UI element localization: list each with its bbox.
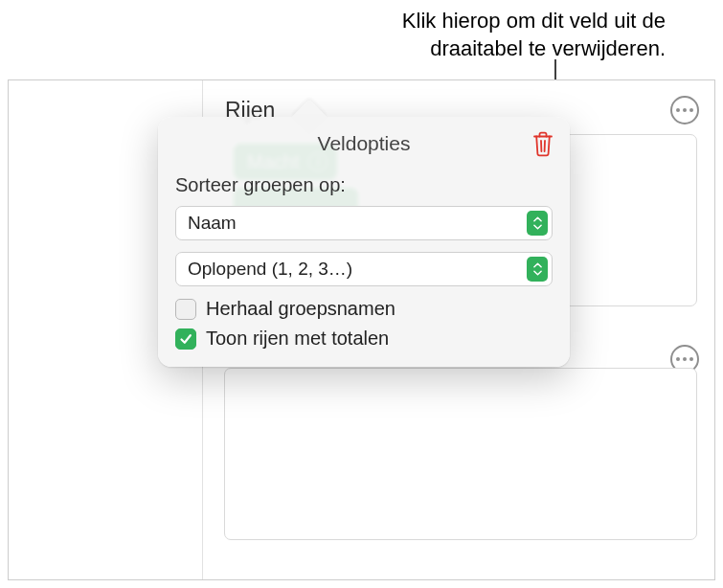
callout-line-2: draaitabel te verwijderen. xyxy=(430,36,666,60)
sort-order-select[interactable]: Oplopend (1, 2, 3…) xyxy=(175,252,553,286)
field-options-popover: Veldopties Sorteer groepen op: Naam Oplo… xyxy=(158,117,570,367)
dot-icon xyxy=(689,357,693,361)
trash-icon xyxy=(531,130,554,157)
callout-text: Klik hierop om dit veld uit de draaitabe… xyxy=(0,8,666,62)
repeat-group-names-checkbox[interactable] xyxy=(175,299,196,320)
more-options-button-rows[interactable] xyxy=(670,96,699,124)
repeat-group-names-label: Herhaal groepsnamen xyxy=(206,298,395,320)
dot-icon xyxy=(683,357,687,361)
popover-title: Veldopties xyxy=(318,132,411,154)
repeat-group-names-row[interactable]: Herhaal groepsnamen xyxy=(175,298,553,320)
show-totals-label: Toon rijen met totalen xyxy=(206,328,389,350)
sort-groups-label: Sorteer groepen op: xyxy=(175,174,553,196)
show-totals-checkbox[interactable] xyxy=(175,328,196,350)
dot-icon xyxy=(683,108,687,112)
dot-icon xyxy=(676,357,680,361)
popover-header: Veldopties xyxy=(175,132,553,155)
dot-icon xyxy=(676,108,680,112)
up-down-icon xyxy=(527,211,548,236)
delete-field-button[interactable] xyxy=(531,130,554,157)
sort-order-value: Oplopend (1, 2, 3…) xyxy=(188,259,352,280)
dot-icon xyxy=(689,108,693,112)
sort-by-select[interactable]: Naam xyxy=(175,206,553,240)
sort-by-value: Naam xyxy=(188,213,237,234)
checkmark-icon xyxy=(179,332,192,346)
lower-drop-area[interactable] xyxy=(224,368,697,540)
callout-line-1: Klik hierop om dit veld uit de xyxy=(402,9,666,33)
show-totals-row[interactable]: Toon rijen met totalen xyxy=(175,328,553,350)
up-down-icon xyxy=(527,257,548,282)
